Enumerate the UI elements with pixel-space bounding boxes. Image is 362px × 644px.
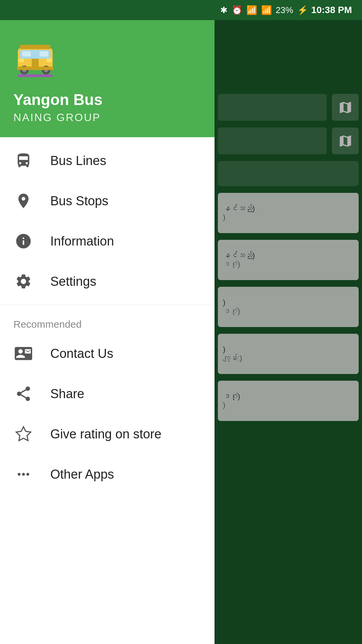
menu-item-bus-lines[interactable]: Bus Lines (0, 141, 215, 181)
menu-item-contact-us[interactable]: Contact Us (0, 333, 215, 374)
battery-charging-icon: ⚡ (297, 5, 308, 15)
drawer-header: Yangon Bus NAING GROUP (0, 20, 215, 137)
main-menu-section: Bus Lines Bus Stops Information (0, 137, 215, 305)
recommended-section: Recommended Contact Us Share (0, 305, 215, 501)
settings-icon (13, 271, 34, 291)
app-logo-container (13, 37, 57, 80)
signal-icon: 📶 (261, 5, 272, 15)
status-bar: ✱ ⏰ 📶 📶 23% ⚡ 10:38 PM (0, 0, 362, 20)
svg-rect-11 (20, 45, 51, 49)
bus-stops-label: Bus Stops (50, 194, 108, 208)
svg-rect-2 (22, 51, 31, 57)
bus-stops-icon (13, 191, 34, 211)
bus-logo-icon (13, 37, 57, 80)
menu-item-other-apps[interactable]: Other Apps (0, 454, 215, 494)
share-label: Share (50, 387, 84, 401)
menu-item-settings[interactable]: Settings (0, 261, 215, 302)
svg-rect-9 (19, 59, 24, 62)
more-icon (13, 464, 34, 484)
menu-item-give-rating[interactable]: Give rating on store (0, 414, 215, 454)
svg-rect-4 (32, 59, 39, 67)
bus-lines-icon (13, 151, 34, 171)
svg-rect-10 (47, 59, 52, 62)
menu-item-information[interactable]: Information (0, 221, 215, 261)
svg-rect-13 (18, 74, 53, 77)
battery-text: 23% (276, 5, 293, 15)
status-icons: ✱ ⏰ 📶 📶 23% ⚡ (220, 5, 308, 15)
menu-item-bus-stops[interactable]: Bus Stops (0, 181, 215, 221)
wifi-icon: 📶 (246, 5, 257, 15)
information-icon (13, 231, 34, 251)
bluetooth-icon: ✱ (220, 5, 228, 15)
other-apps-label: Other Apps (50, 467, 114, 482)
status-time: 10:38 PM (311, 5, 352, 15)
svg-rect-3 (40, 51, 48, 57)
alarm-icon: ⏰ (232, 5, 242, 15)
star-icon (13, 424, 34, 444)
drawer-menu: Bus Lines Bus Stops Information (0, 137, 215, 644)
settings-label: Settings (50, 274, 96, 289)
contact-us-label: Contact Us (50, 346, 113, 361)
company-name: NAING GROUP (13, 111, 201, 124)
svg-rect-12 (17, 66, 53, 70)
give-rating-label: Give rating on store (50, 427, 162, 441)
app-name: Yangon Bus (13, 91, 201, 109)
menu-item-share[interactable]: Share (0, 374, 215, 414)
recommended-title: Recommended (0, 312, 215, 333)
information-label: Information (50, 234, 114, 249)
bus-lines-label: Bus Lines (50, 154, 106, 168)
contact-us-icon (13, 343, 34, 364)
navigation-drawer: Yangon Bus NAING GROUP Bus Lines (0, 20, 215, 644)
share-icon (13, 384, 34, 404)
drawer-overlay[interactable] (215, 20, 362, 644)
